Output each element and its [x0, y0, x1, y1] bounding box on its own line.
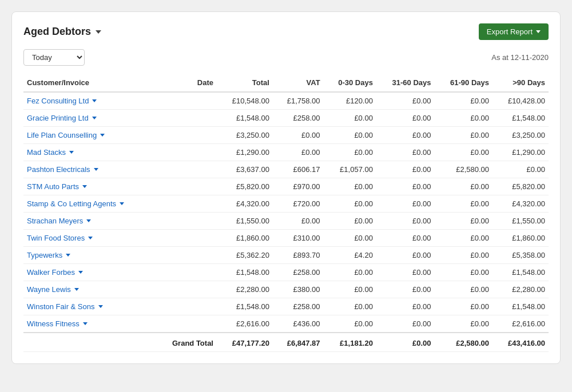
customer-link[interactable]: Fez Consulting Ltd	[27, 97, 89, 105]
customer-cell: Stamp & Co Letting Agents	[23, 195, 156, 213]
title-wrap[interactable]: Aged Debtors	[23, 26, 101, 38]
table-row: Typewerks £5,362.20£893.70£4.20£0.00£0.0…	[23, 247, 549, 264]
amount-cell: £1,290.00	[217, 144, 273, 161]
amount-cell: £1,548.00	[492, 298, 549, 315]
row-expand-icon[interactable]	[94, 168, 98, 171]
amount-cell: £0.00	[434, 281, 492, 298]
amount-cell: £2,616.00	[492, 315, 549, 333]
row-expand-icon[interactable]	[74, 288, 79, 291]
row-expand-icon[interactable]	[100, 134, 105, 137]
amount-cell: £3,637.00	[217, 161, 273, 178]
date-cell	[156, 298, 217, 315]
row-expand-icon[interactable]	[82, 185, 87, 188]
amount-cell: £10,548.00	[217, 92, 273, 110]
amount-cell: £0.00	[434, 144, 492, 161]
amount-cell: £1,758.00	[273, 92, 324, 110]
amount-cell: £2,616.00	[217, 315, 273, 333]
amount-cell: £4,320.00	[217, 195, 273, 213]
row-expand-icon[interactable]	[92, 99, 97, 102]
amount-cell: £0.00	[376, 264, 435, 281]
grand-total-blank	[23, 333, 156, 352]
amount-cell: £5,820.00	[492, 178, 549, 195]
table-row: Pashton Electricals £3,637.00£606.17£1,0…	[23, 161, 549, 178]
customer-cell: Mad Stacks	[23, 144, 156, 161]
amount-cell: £0.00	[376, 161, 435, 178]
amount-cell: £4.20	[324, 247, 376, 264]
customer-link[interactable]: Mad Stacks	[27, 148, 66, 157]
row-expand-icon[interactable]	[83, 322, 88, 325]
amount-cell: £5,820.00	[217, 178, 273, 195]
table-row: Fez Consulting Ltd £10,548.00£1,758.00£1…	[23, 92, 549, 110]
table-row: Mad Stacks £1,290.00£0.00£0.00£0.00£0.00…	[23, 144, 549, 161]
amount-cell: £0.00	[376, 315, 435, 333]
customer-cell: Life Plan Counselling	[23, 127, 156, 144]
row-expand-icon[interactable]	[120, 202, 124, 205]
amount-cell: £0.00	[324, 144, 376, 161]
as-at-label: As at 12-11-2020	[491, 53, 549, 62]
export-chevron-icon	[536, 30, 541, 33]
amount-cell: £0.00	[434, 178, 492, 195]
row-expand-icon[interactable]	[92, 117, 97, 119]
customer-link[interactable]: Walker Forbes	[27, 268, 75, 277]
amount-cell: £436.00	[273, 315, 324, 333]
amount-cell: £0.00	[376, 195, 435, 213]
amount-cell: £310.00	[273, 230, 324, 247]
row-expand-icon[interactable]	[86, 219, 91, 222]
col-31-60: 31-60 Days	[376, 74, 435, 92]
grand-total-row: Grand Total£47,177.20£6,847.87£1,181.20£…	[23, 333, 549, 352]
amount-cell: £0.00	[324, 213, 376, 230]
amount-cell: £0.00	[376, 110, 435, 127]
row-expand-icon[interactable]	[98, 305, 103, 308]
toolbar: Today This Week This Month As at 12-11-2…	[23, 49, 549, 66]
customer-link[interactable]: Wayne Lewis	[27, 285, 71, 294]
date-cell	[156, 178, 217, 195]
amount-cell: £0.00	[324, 264, 376, 281]
customer-link[interactable]: Gracie Printing Ltd	[27, 114, 89, 122]
customer-cell: Gracie Printing Ltd	[23, 110, 156, 127]
grand-total-amount: £0.00	[376, 333, 435, 352]
date-cell	[156, 92, 217, 110]
amount-cell: £2,280.00	[492, 281, 549, 298]
customer-link[interactable]: Typewerks	[27, 251, 62, 259]
amount-cell: £0.00	[324, 110, 376, 127]
customer-link[interactable]: Life Plan Counselling	[27, 131, 97, 139]
amount-cell: £5,358.00	[492, 247, 549, 264]
main-container: Aged Debtors Export Report Today This We…	[11, 11, 561, 364]
date-filter-select[interactable]: Today This Week This Month	[23, 49, 85, 66]
amount-cell: £0.00	[324, 127, 376, 144]
amount-cell: £1,860.00	[217, 230, 273, 247]
amount-cell: £0.00	[434, 110, 492, 127]
customer-link[interactable]: Twin Food Stores	[27, 234, 85, 242]
amount-cell: £0.00	[324, 281, 376, 298]
amount-cell: £1,550.00	[492, 213, 549, 230]
date-cell	[156, 247, 217, 264]
customer-link[interactable]: STM Auto Parts	[27, 182, 79, 191]
amount-cell: £0.00	[434, 247, 492, 264]
row-expand-icon[interactable]	[88, 237, 93, 239]
customer-cell: Wayne Lewis	[23, 281, 156, 298]
grand-total-label: Grand Total	[156, 333, 217, 352]
customer-link[interactable]: Witness Fitness	[27, 319, 80, 328]
export-report-button[interactable]: Export Report	[479, 23, 549, 40]
aged-debtors-table: Customer/Invoice Date Total VAT 0-30 Day…	[23, 74, 549, 352]
amount-cell: £258.00	[273, 298, 324, 315]
amount-cell: £0.00	[376, 247, 435, 264]
customer-link[interactable]: Stamp & Co Letting Agents	[27, 199, 116, 208]
customer-link[interactable]: Pashton Electricals	[27, 165, 90, 174]
amount-cell: £970.00	[273, 178, 324, 195]
amount-cell: £0.00	[376, 230, 435, 247]
amount-cell: £2,580.00	[434, 161, 492, 178]
row-expand-icon[interactable]	[66, 254, 70, 257]
customer-link[interactable]: Strachan Meyers	[27, 217, 83, 225]
amount-cell: £0.00	[434, 127, 492, 144]
row-expand-icon[interactable]	[78, 271, 83, 274]
customer-link[interactable]: Winston Fair & Sons	[27, 302, 95, 311]
col-customer: Customer/Invoice	[23, 74, 156, 92]
customer-cell: Witness Fitness	[23, 315, 156, 333]
amount-cell: £0.00	[434, 230, 492, 247]
grand-total-amount: £47,177.20	[217, 333, 273, 352]
title-dropdown-icon[interactable]	[96, 30, 101, 34]
row-expand-icon[interactable]	[69, 151, 74, 154]
amount-cell: £10,428.00	[492, 92, 549, 110]
table-row: Stamp & Co Letting Agents £4,320.00£720.…	[23, 195, 549, 213]
